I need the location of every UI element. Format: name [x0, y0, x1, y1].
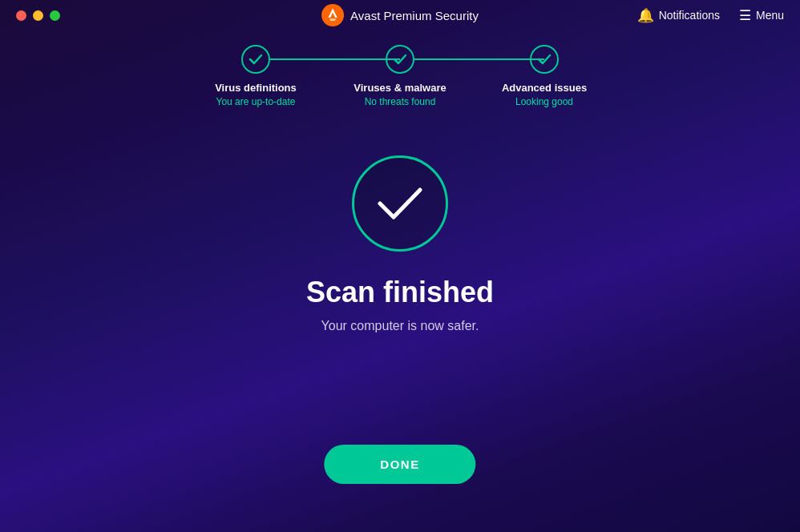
svg-point-0: [321, 4, 344, 26]
step-3-circle: [530, 45, 559, 74]
step-1-head: [184, 45, 328, 74]
step-3-head: [472, 45, 616, 74]
step-2-text: Viruses & malware No threats found: [354, 82, 446, 107]
notifications-label: Notifications: [659, 9, 720, 22]
scan-result-icon: [352, 155, 448, 252]
check-icon-2: [393, 54, 407, 65]
step-3-label: Advanced issues: [502, 82, 587, 94]
progress-steps: Virus definitions You are up-to-date Vir…: [0, 30, 800, 107]
step-2-status: No threats found: [354, 96, 446, 107]
steps-wrapper: Virus definitions You are up-to-date Vir…: [184, 45, 616, 107]
menu-icon: ☰: [739, 7, 751, 24]
main-content: Scan finished Your computer is now safer…: [0, 155, 800, 333]
app-title: Avast Premium Security: [350, 9, 479, 22]
done-button-wrapper: DONE: [324, 445, 475, 484]
notifications-button[interactable]: 🔔 Notifications: [637, 7, 720, 24]
titlebar: Avast Premium Security 🔔 Notifications ☰…: [0, 0, 800, 30]
step-1-circle: [241, 45, 270, 74]
scan-finished-title: Scan finished: [306, 276, 494, 309]
step-1-status: You are up-to-date: [215, 96, 297, 107]
step-1-text: Virus definitions You are up-to-date: [215, 82, 297, 107]
close-button[interactable]: [16, 10, 26, 21]
menu-label: Menu: [756, 9, 784, 22]
step-1-label: Virus definitions: [215, 82, 297, 94]
check-icon-3: [537, 54, 552, 65]
maximize-button[interactable]: [50, 10, 60, 21]
check-icon-1: [248, 54, 263, 65]
big-check-icon: [376, 183, 424, 224]
avast-logo-icon: [321, 4, 344, 26]
traffic-lights: [16, 10, 60, 21]
step-2-head: [328, 45, 472, 74]
app-title-area: Avast Premium Security: [321, 4, 479, 26]
bell-icon: 🔔: [637, 7, 654, 24]
step-3-status: Looking good: [502, 96, 587, 107]
scan-subtitle: Your computer is now safer.: [321, 319, 479, 333]
step-viruses-malware: Viruses & malware No threats found: [328, 45, 472, 107]
minimize-button[interactable]: [33, 10, 43, 21]
step-2-circle: [386, 45, 414, 74]
step-virus-definitions: Virus definitions You are up-to-date: [184, 45, 328, 107]
menu-button[interactable]: ☰ Menu: [739, 7, 784, 24]
step-2-label: Viruses & malware: [354, 82, 446, 94]
titlebar-right: 🔔 Notifications ☰ Menu: [637, 7, 784, 24]
step-advanced-issues: Advanced issues Looking good: [472, 45, 616, 107]
step-3-text: Advanced issues Looking good: [502, 82, 587, 107]
done-button[interactable]: DONE: [324, 445, 475, 484]
